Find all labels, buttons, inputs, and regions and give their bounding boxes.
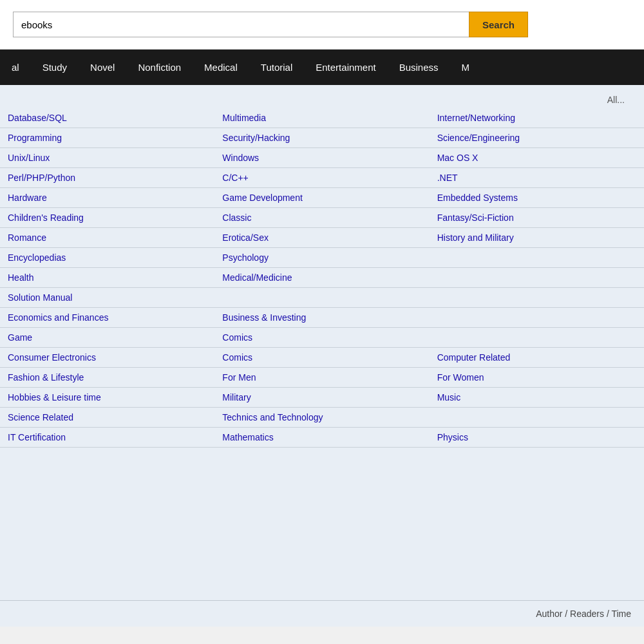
category-link[interactable]: Technics and Technology [222,412,421,422]
category-link[interactable]: Mac OS X [437,153,636,163]
category-link[interactable]: Business & Investing [222,312,421,323]
table-row: HealthMedical/Medicine [0,268,644,288]
category-link[interactable]: Programming [8,133,207,143]
search-form: Search [13,12,528,37]
category-link[interactable]: Computer Related [437,352,636,363]
category-link[interactable]: Children's Reading [8,213,207,223]
category-link[interactable]: Medical/Medicine [222,272,421,283]
category-link[interactable]: Security/Hacking [222,133,421,143]
category-link[interactable]: Comics [222,352,421,363]
category-table: Database/SQLMultimediaInternet/Networkin… [0,108,644,448]
category-link[interactable]: Economics and Finances [8,312,207,323]
category-link[interactable]: Hobbies & Leisure time [8,392,207,402]
category-link[interactable]: Fantasy/Sci-Fiction [437,213,636,223]
table-row: Solution Manual [0,288,644,308]
table-row: Perl/PHP/PythonC/C++.NET [0,168,644,188]
nav-item-business[interactable]: Business [388,50,450,85]
all-link[interactable]: All... [607,95,625,105]
table-row: Economics and FinancesBusiness & Investi… [0,308,644,328]
footer-text: Author / Readers / Time [536,609,631,619]
nav-item-tutorial[interactable]: Tutorial [249,50,304,85]
table-row: Children's ReadingClassicFantasy/Sci-Fic… [0,208,644,228]
category-link[interactable]: For Women [437,372,636,383]
table-row: EncyclopediasPsychology [0,248,644,268]
all-link-row: All... [0,91,644,108]
category-link[interactable]: Science/Engineering [437,133,636,143]
category-link[interactable]: IT Certification [8,432,207,442]
category-link[interactable]: .NET [437,173,636,183]
category-link[interactable]: Game Development [222,193,421,203]
category-link[interactable]: Comics [222,332,421,343]
table-row: RomanceErotica/SexHistory and Military [0,228,644,248]
table-row: Hobbies & Leisure timeMilitaryMusic [0,388,644,408]
category-link[interactable]: Science Related [8,412,207,422]
table-row: Database/SQLMultimediaInternet/Networkin… [0,108,644,128]
table-row: ProgrammingSecurity/HackingScience/Engin… [0,128,644,148]
main-content: All... Database/SQLMultimediaInternet/Ne… [0,85,644,600]
nav-bar: alStudyNovelNonfictionMedicalTutorialEnt… [0,50,644,85]
category-link[interactable]: Consumer Electronics [8,352,207,363]
nav-item-entertainment[interactable]: Entertainment [304,50,387,85]
category-link[interactable]: Multimedia [222,113,421,123]
footer-bar: Author / Readers / Time [0,600,644,627]
nav-item-study[interactable]: Study [31,50,79,85]
category-link[interactable]: Fashion & Lifestyle [8,372,207,383]
search-area: Search [0,0,644,50]
nav-item-novel[interactable]: Novel [79,50,126,85]
category-link[interactable]: Military [222,392,421,402]
category-link[interactable]: Music [437,392,636,402]
category-link[interactable]: Hardware [8,193,207,203]
category-link[interactable]: Solution Manual [8,292,207,303]
nav-item-nonfiction[interactable]: Nonfiction [126,50,193,85]
category-link[interactable]: Database/SQL [8,113,207,123]
table-row: Unix/LinuxWindowsMac OS X [0,148,644,168]
category-link[interactable]: Embedded Systems [437,193,636,203]
search-input[interactable] [13,12,469,37]
search-button[interactable]: Search [469,12,528,37]
category-link[interactable]: Unix/Linux [8,153,207,163]
category-link[interactable]: For Men [222,372,421,383]
category-link[interactable]: Encyclopedias [8,252,207,263]
nav-item-al[interactable]: al [0,50,31,85]
table-row: HardwareGame DevelopmentEmbedded Systems [0,188,644,208]
table-row: GameComics [0,328,644,348]
table-row: Consumer ElectronicsComicsComputer Relat… [0,348,644,368]
table-row: Science RelatedTechnics and Technology [0,408,644,428]
category-link[interactable]: Health [8,272,207,283]
category-link[interactable]: Psychology [222,252,421,263]
table-row: Fashion & LifestyleFor MenFor Women [0,368,644,388]
category-link[interactable]: Windows [222,153,421,163]
category-link[interactable]: Perl/PHP/Python [8,173,207,183]
category-link[interactable]: Erotica/Sex [222,232,421,243]
category-link[interactable]: Internet/Networking [437,113,636,123]
nav-item-medical[interactable]: Medical [193,50,249,85]
nav-item-m[interactable]: M [450,50,482,85]
category-link[interactable]: History and Military [437,232,636,243]
category-link[interactable]: Romance [8,232,207,243]
category-link[interactable]: Physics [437,432,636,442]
category-link[interactable]: Game [8,332,207,343]
category-link[interactable]: Classic [222,213,421,223]
category-link[interactable]: C/C++ [222,173,421,183]
table-row: IT CertificationMathematicsPhysics [0,428,644,448]
category-link[interactable]: Mathematics [222,432,421,442]
